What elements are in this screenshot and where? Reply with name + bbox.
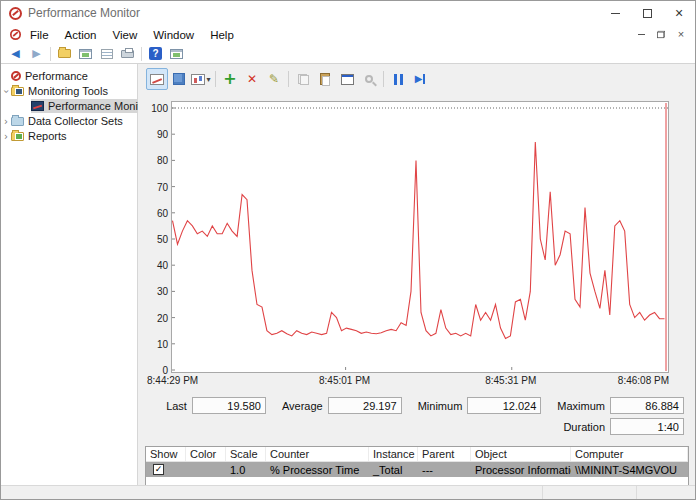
mdi-restore-button[interactable]	[651, 27, 671, 43]
chart-region: 1009080706050403020100 8:44:29 PM8:45:01…	[146, 101, 695, 389]
back-icon: ◀	[11, 47, 19, 60]
cell-object: Processor Information	[471, 464, 571, 476]
tree-item-data-collector-sets[interactable]: › Data Collector Sets	[1, 114, 137, 128]
performance-root-icon	[11, 71, 21, 81]
delete-icon: ✕	[247, 73, 257, 85]
y-tick-label: 50	[146, 234, 168, 245]
back-button[interactable]: ◀	[5, 45, 26, 63]
show-hide-console-tree-button[interactable]	[75, 45, 96, 63]
menu-view[interactable]: View	[105, 27, 146, 43]
toolbar-separator	[50, 47, 51, 61]
header-color[interactable]: Color	[186, 447, 226, 461]
forward-button[interactable]: ▶	[26, 45, 47, 63]
perfmon-main-pane: ▾ + ✕ ✎ ▶ 1009080706050403020100	[140, 64, 695, 485]
add-counter-button[interactable]: +	[219, 68, 241, 90]
chevron-collapsed-icon[interactable]: ›	[1, 131, 11, 142]
mdi-minimize-icon	[638, 34, 645, 35]
duration-label: Duration	[563, 421, 605, 433]
action-pane-icon	[170, 49, 183, 59]
copy-properties-button[interactable]	[292, 68, 314, 90]
tree-item-performance-monitor[interactable]: Performance Monitor	[31, 99, 137, 113]
header-object[interactable]: Object	[471, 447, 571, 461]
menu-action[interactable]: Action	[57, 27, 105, 43]
menubar: File Action View Window Help ×	[1, 25, 695, 44]
window-title: Performance Monitor	[28, 6, 140, 20]
status-segment	[542, 486, 636, 499]
reports-folder-icon	[11, 132, 24, 141]
menu-help[interactable]: Help	[202, 27, 242, 43]
paste-counter-list-button[interactable]	[314, 68, 336, 90]
log-data-icon	[173, 73, 185, 85]
properties-button[interactable]	[336, 68, 358, 90]
export-list-button[interactable]	[96, 45, 117, 63]
cell-instance: _Total	[369, 464, 418, 476]
zoom-button[interactable]	[358, 68, 380, 90]
view-log-data-button[interactable]	[168, 68, 190, 90]
freeze-display-button[interactable]	[387, 68, 409, 90]
minimum-label: Minimum	[418, 400, 463, 412]
average-value: 29.197	[328, 397, 402, 414]
header-parent[interactable]: Parent	[418, 447, 471, 461]
maximum-value: 86.884	[610, 397, 684, 414]
maximize-icon	[643, 9, 652, 18]
dropdown-arrow-icon: ▾	[206, 75, 210, 84]
header-show[interactable]: Show	[146, 447, 186, 461]
cell-parent: ---	[418, 464, 471, 476]
header-instance[interactable]: Instance	[369, 447, 418, 461]
change-graph-type-button[interactable]: ▾	[190, 68, 212, 90]
chevron-expanded-icon[interactable]: ›	[1, 86, 12, 96]
chart-plot	[171, 101, 669, 373]
printer-icon	[121, 50, 134, 58]
chevron-collapsed-icon[interactable]: ›	[1, 116, 11, 127]
header-computer[interactable]: Computer	[571, 447, 688, 461]
update-data-button[interactable]: ▶	[409, 68, 431, 90]
highlight-button[interactable]: ✎	[263, 68, 285, 90]
x-tick-label: 8:46:08 PM	[618, 375, 669, 386]
tree-item-label: Performance Monitor	[48, 100, 151, 112]
y-tick-label: 60	[146, 208, 168, 219]
magnifier-icon	[365, 75, 373, 83]
step-forward-icon: ▶	[415, 74, 426, 84]
tree-item-performance[interactable]: Performance	[1, 69, 137, 83]
app-icon	[9, 7, 22, 20]
y-tick-label: 40	[146, 260, 168, 271]
show-action-pane-button[interactable]	[166, 45, 187, 63]
up-one-level-button[interactable]	[54, 45, 75, 63]
menu-file[interactable]: File	[22, 27, 57, 43]
view-current-activity-button[interactable]	[146, 68, 168, 90]
show-checkbox[interactable]: ✓	[153, 464, 164, 475]
print-button[interactable]	[117, 45, 138, 63]
help-button[interactable]: ?	[145, 45, 166, 63]
toolbar-separator	[288, 71, 289, 87]
x-tick-label: 8:45:01 PM	[319, 375, 370, 386]
mdi-minimize-button[interactable]	[631, 27, 651, 43]
x-tick-label: 8:44:29 PM	[147, 375, 198, 386]
counter-row[interactable]: ✓ 1.0 % Processor Time _Total --- Proces…	[146, 462, 688, 477]
status-bar	[1, 485, 695, 499]
header-counter[interactable]: Counter	[266, 447, 369, 461]
maximum-label: Maximum	[557, 400, 605, 412]
stats-panel: Last 19.580 Average 29.197 Minimum 12.02…	[140, 397, 695, 439]
maximize-button[interactable]	[631, 1, 663, 25]
delete-counter-button[interactable]: ✕	[241, 68, 263, 90]
titlebar: Performance Monitor ×	[1, 1, 695, 25]
close-button[interactable]: ×	[663, 1, 695, 25]
stats-row-1: Last 19.580 Average 29.197 Minimum 12.02…	[140, 397, 695, 414]
menu-window[interactable]: Window	[145, 27, 202, 43]
monitoring-tools-folder-icon	[11, 87, 24, 96]
tree-item-monitoring-tools[interactable]: › Monitoring Tools	[1, 84, 137, 98]
tree-item-reports[interactable]: › Reports	[1, 129, 137, 143]
last-label: Last	[166, 400, 187, 412]
tree-item-label: Performance	[25, 70, 88, 82]
chart-svg	[172, 102, 668, 372]
minimum-value: 12.024	[467, 397, 541, 414]
mdi-close-button[interactable]: ×	[671, 27, 691, 43]
forward-icon: ▶	[32, 47, 40, 60]
header-scale[interactable]: Scale	[226, 447, 266, 461]
minimize-button[interactable]	[599, 1, 631, 25]
stats-row-2: Duration 1:40	[140, 418, 695, 435]
series-processor-time-line	[173, 142, 665, 339]
mdi-close-icon: ×	[678, 29, 684, 40]
cell-scale: 1.0	[226, 464, 266, 476]
close-icon: ×	[675, 6, 683, 20]
